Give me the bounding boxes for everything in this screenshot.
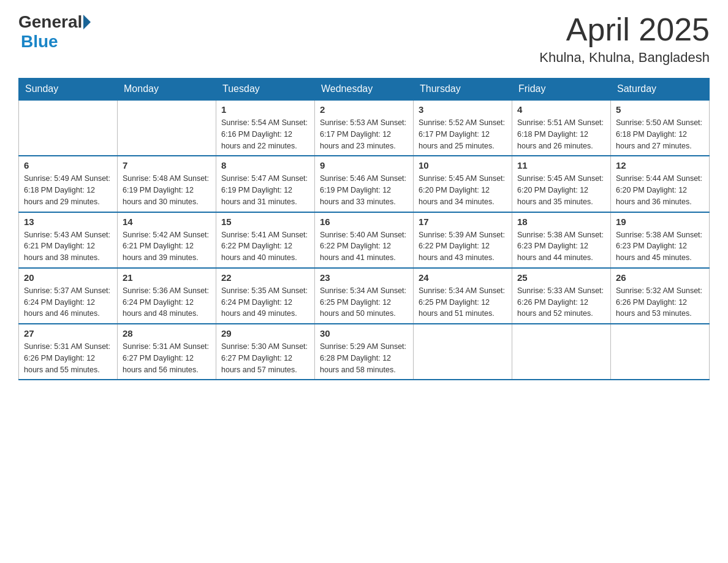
logo-blue-text: Blue: [21, 32, 58, 52]
day-info: Sunrise: 5:30 AM Sunset: 6:27 PM Dayligh…: [221, 341, 309, 375]
title-area: April 2025 Khulna, Khulna, Bangladesh: [539, 12, 710, 66]
logo-general-text: General: [18, 12, 82, 32]
day-info: Sunrise: 5:46 AM Sunset: 6:19 PM Dayligh…: [320, 173, 408, 207]
weekday-header-wednesday: Wednesday: [315, 79, 414, 101]
calendar-cell: [611, 324, 710, 380]
calendar-cell: 8Sunrise: 5:47 AM Sunset: 6:19 PM Daylig…: [216, 156, 315, 212]
day-number: 13: [24, 216, 112, 227]
calendar-week-row: 27Sunrise: 5:31 AM Sunset: 6:26 PM Dayli…: [19, 324, 710, 380]
day-number: 9: [320, 160, 408, 170]
day-number: 11: [517, 160, 605, 170]
day-info: Sunrise: 5:53 AM Sunset: 6:17 PM Dayligh…: [320, 117, 408, 151]
month-title: April 2025: [539, 12, 710, 47]
day-info: Sunrise: 5:35 AM Sunset: 6:24 PM Dayligh…: [221, 285, 309, 320]
day-number: 4: [517, 104, 605, 115]
calendar-cell: 10Sunrise: 5:45 AM Sunset: 6:20 PM Dayli…: [414, 156, 512, 212]
day-info: Sunrise: 5:43 AM Sunset: 6:21 PM Dayligh…: [24, 229, 112, 264]
day-number: 19: [616, 216, 704, 227]
day-info: Sunrise: 5:32 AM Sunset: 6:26 PM Dayligh…: [616, 285, 704, 320]
day-number: 24: [419, 272, 507, 283]
day-info: Sunrise: 5:31 AM Sunset: 6:26 PM Dayligh…: [24, 341, 112, 375]
day-number: 2: [320, 104, 408, 115]
calendar-cell: [19, 100, 118, 156]
day-number: 25: [517, 272, 605, 283]
day-number: 29: [221, 328, 309, 339]
weekday-header-row: SundayMondayTuesdayWednesdayThursdayFrid…: [19, 79, 710, 101]
day-number: 23: [320, 272, 408, 283]
day-info: Sunrise: 5:34 AM Sunset: 6:25 PM Dayligh…: [320, 285, 408, 320]
day-info: Sunrise: 5:39 AM Sunset: 6:22 PM Dayligh…: [419, 229, 507, 264]
calendar-week-row: 13Sunrise: 5:43 AM Sunset: 6:21 PM Dayli…: [19, 212, 710, 268]
day-info: Sunrise: 5:34 AM Sunset: 6:25 PM Dayligh…: [419, 285, 507, 320]
calendar-cell: 4Sunrise: 5:51 AM Sunset: 6:18 PM Daylig…: [512, 100, 611, 156]
day-info: Sunrise: 5:37 AM Sunset: 6:24 PM Dayligh…: [24, 285, 112, 320]
day-info: Sunrise: 5:47 AM Sunset: 6:19 PM Dayligh…: [221, 173, 309, 207]
day-info: Sunrise: 5:54 AM Sunset: 6:16 PM Dayligh…: [221, 117, 309, 151]
calendar-cell: 20Sunrise: 5:37 AM Sunset: 6:24 PM Dayli…: [19, 268, 118, 324]
calendar-cell: 3Sunrise: 5:52 AM Sunset: 6:17 PM Daylig…: [414, 100, 512, 156]
calendar-cell: [512, 324, 611, 380]
weekday-header-sunday: Sunday: [19, 79, 118, 101]
calendar-header: SundayMondayTuesdayWednesdayThursdayFrid…: [19, 79, 710, 101]
day-info: Sunrise: 5:38 AM Sunset: 6:23 PM Dayligh…: [616, 229, 704, 264]
day-info: Sunrise: 5:42 AM Sunset: 6:21 PM Dayligh…: [123, 229, 211, 264]
calendar-cell: 2Sunrise: 5:53 AM Sunset: 6:17 PM Daylig…: [315, 100, 414, 156]
calendar-week-row: 1Sunrise: 5:54 AM Sunset: 6:16 PM Daylig…: [19, 100, 710, 156]
day-number: 21: [123, 272, 211, 283]
day-number: 5: [616, 104, 704, 115]
calendar-cell: 21Sunrise: 5:36 AM Sunset: 6:24 PM Dayli…: [118, 268, 216, 324]
day-number: 10: [419, 160, 507, 170]
page-header: General Blue April 2025 Khulna, Khulna, …: [18, 12, 710, 66]
calendar-cell: 7Sunrise: 5:48 AM Sunset: 6:19 PM Daylig…: [118, 156, 216, 212]
day-number: 16: [320, 216, 408, 227]
logo: General Blue: [18, 12, 91, 52]
calendar-cell: 13Sunrise: 5:43 AM Sunset: 6:21 PM Dayli…: [19, 212, 118, 268]
calendar-week-row: 6Sunrise: 5:49 AM Sunset: 6:18 PM Daylig…: [19, 156, 710, 212]
day-info: Sunrise: 5:49 AM Sunset: 6:18 PM Dayligh…: [24, 173, 112, 207]
weekday-header-friday: Friday: [512, 79, 611, 101]
calendar-cell: 9Sunrise: 5:46 AM Sunset: 6:19 PM Daylig…: [315, 156, 414, 212]
day-info: Sunrise: 5:45 AM Sunset: 6:20 PM Dayligh…: [419, 173, 507, 207]
day-info: Sunrise: 5:52 AM Sunset: 6:17 PM Dayligh…: [419, 117, 507, 151]
calendar-cell: 26Sunrise: 5:32 AM Sunset: 6:26 PM Dayli…: [611, 268, 710, 324]
day-info: Sunrise: 5:36 AM Sunset: 6:24 PM Dayligh…: [123, 285, 211, 320]
day-info: Sunrise: 5:41 AM Sunset: 6:22 PM Dayligh…: [221, 229, 309, 264]
day-info: Sunrise: 5:44 AM Sunset: 6:20 PM Dayligh…: [616, 173, 704, 207]
day-number: 18: [517, 216, 605, 227]
day-number: 1: [221, 104, 309, 115]
day-number: 15: [221, 216, 309, 227]
day-number: 12: [616, 160, 704, 170]
day-number: 26: [616, 272, 704, 283]
calendar-cell: 24Sunrise: 5:34 AM Sunset: 6:25 PM Dayli…: [414, 268, 512, 324]
day-number: 22: [221, 272, 309, 283]
calendar-cell: 22Sunrise: 5:35 AM Sunset: 6:24 PM Dayli…: [216, 268, 315, 324]
calendar-cell: 27Sunrise: 5:31 AM Sunset: 6:26 PM Dayli…: [19, 324, 118, 380]
calendar-cell: 6Sunrise: 5:49 AM Sunset: 6:18 PM Daylig…: [19, 156, 118, 212]
day-info: Sunrise: 5:40 AM Sunset: 6:22 PM Dayligh…: [320, 229, 408, 264]
day-number: 7: [123, 160, 211, 170]
calendar-cell: 11Sunrise: 5:45 AM Sunset: 6:20 PM Dayli…: [512, 156, 611, 212]
calendar-cell: 15Sunrise: 5:41 AM Sunset: 6:22 PM Dayli…: [216, 212, 315, 268]
location-title: Khulna, Khulna, Bangladesh: [539, 50, 710, 66]
calendar-cell: 19Sunrise: 5:38 AM Sunset: 6:23 PM Dayli…: [611, 212, 710, 268]
day-info: Sunrise: 5:38 AM Sunset: 6:23 PM Dayligh…: [517, 229, 605, 264]
calendar-cell: 12Sunrise: 5:44 AM Sunset: 6:20 PM Dayli…: [611, 156, 710, 212]
day-number: 8: [221, 160, 309, 170]
day-info: Sunrise: 5:50 AM Sunset: 6:18 PM Dayligh…: [616, 117, 704, 151]
day-number: 3: [419, 104, 507, 115]
calendar-week-row: 20Sunrise: 5:37 AM Sunset: 6:24 PM Dayli…: [19, 268, 710, 324]
day-number: 28: [123, 328, 211, 339]
logo-triangle-icon: [83, 15, 91, 29]
calendar-cell: 16Sunrise: 5:40 AM Sunset: 6:22 PM Dayli…: [315, 212, 414, 268]
weekday-header-thursday: Thursday: [414, 79, 512, 101]
calendar-cell: 23Sunrise: 5:34 AM Sunset: 6:25 PM Dayli…: [315, 268, 414, 324]
day-info: Sunrise: 5:29 AM Sunset: 6:28 PM Dayligh…: [320, 341, 408, 375]
weekday-header-saturday: Saturday: [611, 79, 710, 101]
calendar-cell: [118, 100, 216, 156]
calendar-cell: 30Sunrise: 5:29 AM Sunset: 6:28 PM Dayli…: [315, 324, 414, 380]
calendar-cell: 18Sunrise: 5:38 AM Sunset: 6:23 PM Dayli…: [512, 212, 611, 268]
calendar-cell: 17Sunrise: 5:39 AM Sunset: 6:22 PM Dayli…: [414, 212, 512, 268]
calendar-cell: 29Sunrise: 5:30 AM Sunset: 6:27 PM Dayli…: [216, 324, 315, 380]
day-info: Sunrise: 5:33 AM Sunset: 6:26 PM Dayligh…: [517, 285, 605, 320]
day-number: 30: [320, 328, 408, 339]
